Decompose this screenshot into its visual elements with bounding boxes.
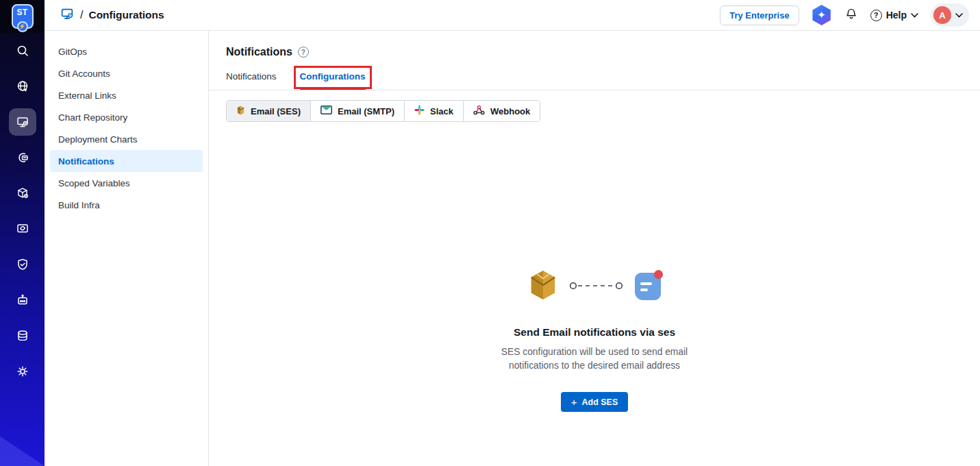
add-ses-label: Add SES <box>581 397 618 407</box>
sidebar-item-resource-browser[interactable] <box>0 211 45 247</box>
devtron-logo: ST ⚡ <box>12 4 34 29</box>
content-column: / Configurations Try Enterprise ✦ ? Help <box>45 0 980 466</box>
channel-webhook[interactable]: Webhook <box>464 101 540 121</box>
empty-state-heading: Send Email notifications via ses <box>514 326 675 339</box>
smtp-envelope-icon <box>321 106 332 116</box>
sidebar-item-configurations[interactable] <box>0 104 45 140</box>
robot-icon <box>16 293 29 307</box>
menu-item-git-accounts[interactable]: Git Accounts <box>50 62 203 84</box>
monitor-gear-breadcrumb-icon <box>60 7 75 24</box>
notification-doc-icon <box>635 273 661 300</box>
globe-icon <box>16 79 29 93</box>
chart-store-icon <box>16 151 29 164</box>
menu-item-external-links[interactable]: External Links <box>50 84 203 106</box>
shield-check-icon <box>16 258 29 271</box>
slack-icon <box>414 105 425 117</box>
sidebar-item-bulk-edit[interactable] <box>0 282 45 318</box>
chevron-down-icon <box>911 13 918 18</box>
primary-sidebar: ST ⚡ <box>0 0 45 466</box>
search-icon <box>16 44 29 58</box>
channel-label: Email (SMTP) <box>338 106 394 116</box>
menu-item-notifications[interactable]: Notifications <box>50 150 203 172</box>
body-region: GitOps Git Accounts External Links Chart… <box>45 31 980 466</box>
ai-assistant-icon[interactable]: ✦ <box>812 5 832 25</box>
logo-slot[interactable]: ST ⚡ <box>0 0 45 33</box>
try-enterprise-button[interactable]: Try Enterprise <box>720 5 799 25</box>
channel-email-smtp[interactable]: Email (SMTP) <box>311 101 405 121</box>
lightning-icon: ⚡ <box>17 21 28 32</box>
alert-dot <box>654 270 663 279</box>
page-head: Notifications ? <box>209 31 980 58</box>
empty-state-description: SES configuration will be used to send e… <box>477 345 713 373</box>
menu-item-deployment-charts[interactable]: Deployment Charts <box>50 128 203 150</box>
help-label: Help <box>886 10 907 21</box>
tab-configurations-label: Configurations <box>300 71 366 82</box>
tab-configurations[interactable]: Configurations <box>300 69 366 90</box>
menu-item-gitops[interactable]: GitOps <box>50 40 203 62</box>
monitor-gear-icon <box>9 108 36 136</box>
menu-item-build-infra[interactable]: Build Infra <box>50 194 203 216</box>
app-window: ST ⚡ <box>0 0 980 466</box>
channel-email-ses[interactable]: Email (SES) <box>227 101 311 121</box>
ses-icon <box>236 105 245 118</box>
package-icon <box>16 186 29 200</box>
chevron-down-icon <box>955 13 963 18</box>
breadcrumb-separator: / <box>80 9 83 21</box>
sidebar-item-settings[interactable] <box>0 354 45 389</box>
menu-item-chart-repository[interactable]: Chart Repository <box>50 106 203 128</box>
tab-notifications[interactable]: Notifications <box>226 69 277 90</box>
sidebar-item-security[interactable] <box>0 247 45 282</box>
configurations-menu: GitOps Git Accounts External Links Chart… <box>45 31 209 466</box>
page-title: Notifications <box>226 46 292 58</box>
sidebar-item-stacks[interactable] <box>0 318 45 354</box>
top-header: / Configurations Try Enterprise ✦ ? Help <box>45 0 980 31</box>
webhook-icon <box>473 105 485 117</box>
channel-segmented-control: Email (SES) Email (SMTP) <box>226 100 540 122</box>
help-question-icon: ? <box>870 10 882 21</box>
user-menu[interactable]: A <box>931 3 969 27</box>
breadcrumb: / Configurations <box>60 7 164 24</box>
ses-illustration <box>528 269 661 304</box>
plus-icon: + <box>571 397 577 407</box>
bell-icon[interactable] <box>844 7 858 23</box>
main-content: Notifications ? Notifications Configurat… <box>209 31 980 466</box>
gear-icon <box>16 365 29 378</box>
channel-label: Slack <box>430 106 453 116</box>
sidebar-item-chart-store[interactable] <box>0 140 45 175</box>
menu-item-scoped-variables[interactable]: Scoped Variables <box>50 172 203 194</box>
breadcrumb-current-page: Configurations <box>88 9 164 21</box>
header-actions: Try Enterprise ✦ ? Help A <box>720 3 969 27</box>
database-icon <box>16 329 29 343</box>
sidebar-item-packages[interactable] <box>0 175 45 211</box>
sidebar-item-applications[interactable] <box>0 69 45 104</box>
channel-label: Webhook <box>490 106 530 116</box>
channel-label: Email (SES) <box>251 106 301 116</box>
tab-bar: Notifications Configurations <box>209 58 980 90</box>
add-ses-button[interactable]: + Add SES <box>561 392 629 412</box>
sidebar-item-search[interactable] <box>0 33 45 69</box>
aws-ses-icon <box>528 269 558 304</box>
help-menu[interactable]: ? Help <box>870 10 918 21</box>
dashed-connector <box>569 280 624 293</box>
monitor-sync-icon <box>16 222 29 236</box>
avatar: A <box>933 6 951 24</box>
channel-slack[interactable]: Slack <box>405 101 464 121</box>
ses-empty-state: Send Email notifications via ses SES con… <box>209 269 980 412</box>
help-circle-icon[interactable]: ? <box>298 47 309 58</box>
